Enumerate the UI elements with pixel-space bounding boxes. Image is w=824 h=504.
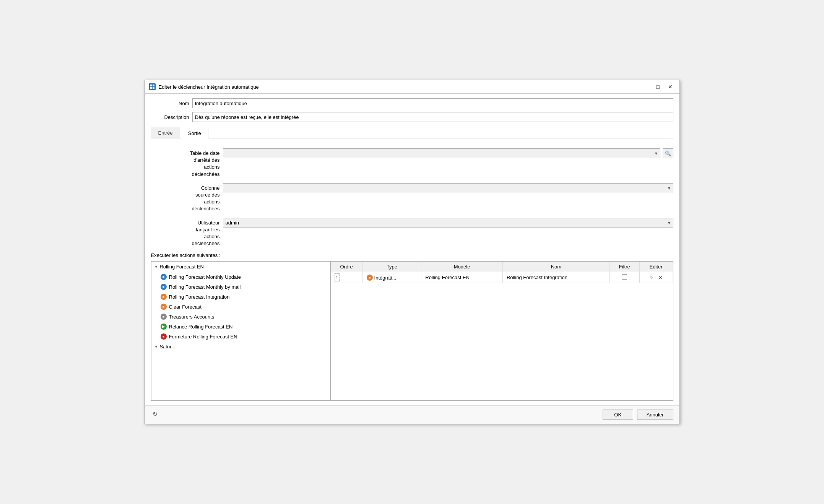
tree-group-satur: ▼ Satur... <box>151 341 330 352</box>
tree-item-label-relance-rf-en: Relance Rolling Forecast EN <box>169 324 233 330</box>
annuler-button[interactable]: Annuler <box>637 410 673 420</box>
actions-table: Ordre Type Modèle Nom Filtre Editer <box>331 262 673 283</box>
delete-button[interactable]: ✕ <box>658 275 663 281</box>
table-header-row: Ordre Type Modèle Nom Filtre Editer <box>331 262 673 272</box>
chevron-right-icon: ▼ <box>154 345 158 349</box>
svg-rect-0 <box>150 85 152 86</box>
colonne-source-group: Colonnesource desactionsdéclenchées <box>151 183 673 213</box>
window-title: Editer le déclencheur Intégration automa… <box>159 84 637 90</box>
colonne-source-select-wrapper <box>223 183 673 193</box>
blue-icon-monthly-update: ■ <box>161 274 167 280</box>
tree-item-label-rf-integration: Rolling Forecast Integration <box>169 294 230 300</box>
tree-children-rolling-forecast-en: ■ Rolling Forecast Monthly Update ■ Roll… <box>151 272 330 341</box>
description-row: Description <box>151 112 673 122</box>
tab-sortie[interactable]: Sortie <box>181 128 208 138</box>
form-content: Nom Description Entrée Sortie Table de d… <box>145 94 679 405</box>
orange-icon-rf-integration: ■ <box>161 294 167 300</box>
tree-item-clear-forecast[interactable]: ■ Clear Forecast <box>156 302 330 312</box>
minimize-button[interactable]: − <box>640 83 651 91</box>
utilisateur-group: Utilisateurlançant lesactionsdéclenchées… <box>151 218 673 247</box>
table-date-label: Table de dated'arrêté desactionsdéclench… <box>151 148 220 178</box>
tree-item-rf-monthly-mail[interactable]: ■ Rolling Forecast Monthly by mail <box>156 282 330 292</box>
tree-item-relance-rf-en[interactable]: ▶ Relance Rolling Forecast EN <box>156 322 330 332</box>
col-modele: Modèle <box>421 262 503 272</box>
table-date-control: 🔍 <box>223 148 673 158</box>
type-icon: ■ Intégrati... <box>367 275 397 281</box>
app-icon <box>149 83 156 90</box>
tree-item-rf-integration[interactable]: ■ Rolling Forecast Integration <box>156 292 330 302</box>
main-window: Editer le déclencheur Intégration automa… <box>145 80 680 424</box>
cell-modele: Rolling Forecast EN <box>421 272 503 283</box>
description-label: Description <box>151 114 189 120</box>
description-input[interactable] <box>192 112 673 122</box>
refresh-button[interactable]: ↻ <box>151 410 159 418</box>
tree-group-label-satur: Satur... <box>159 344 175 350</box>
nom-label: Nom <box>151 101 189 106</box>
cell-nom: Rolling Forecast Integration <box>502 272 609 283</box>
title-bar: Editer le déclencheur Intégration automa… <box>145 80 679 94</box>
utilisateur-control: admin <box>223 218 673 228</box>
tab-entree[interactable]: Entrée <box>151 127 180 138</box>
col-filtre: Filtre <box>609 262 639 272</box>
order-input[interactable]: 1 <box>335 273 340 281</box>
tree-item-label-fermeture-rf-en: Fermeture Rolling Forecast EN <box>169 334 237 340</box>
colonne-source-label: Colonnesource desactionsdéclenchées <box>151 183 220 213</box>
close-button[interactable]: ✕ <box>665 83 676 91</box>
col-editer: Editer <box>639 262 673 272</box>
tree-item-treasurers-accounts[interactable]: ■ Treasurers Accounts <box>156 312 330 322</box>
orange-icon-clear-forecast: ■ <box>161 304 167 310</box>
table-panel: Ordre Type Modèle Nom Filtre Editer <box>331 261 673 401</box>
tree-group-label-rolling-forecast-en: Rolling Forecast EN <box>159 264 204 270</box>
table-date-group: Table de dated'arrêté desactionsdéclench… <box>151 148 673 178</box>
tree-item-label-rf-monthly-mail: Rolling Forecast Monthly by mail <box>169 284 241 290</box>
bottom-section: ▼ Rolling Forecast EN ■ Rolling Forecast… <box>151 261 673 401</box>
tabs: Entrée Sortie <box>151 127 673 138</box>
executer-label: Executer les actions suivantes : <box>151 252 673 258</box>
table-row: 1 ■ Intégrati... Rolling Forecast EN Ro <box>331 272 673 283</box>
utilisateur-select[interactable]: admin <box>223 218 673 228</box>
tree-group-rolling-forecast-en: ▼ Rolling Forecast EN ■ Rolling Forecast… <box>151 262 330 341</box>
utilisateur-label: Utilisateurlançant lesactionsdéclenchées <box>151 218 220 247</box>
col-type: Type <box>362 262 421 272</box>
svg-rect-1 <box>153 85 154 86</box>
sortie-tab-content: Table de dated'arrêté desactionsdéclench… <box>151 142 673 401</box>
table-date-search-button[interactable]: 🔍 <box>663 148 673 158</box>
svg-rect-3 <box>153 87 154 89</box>
maximize-button[interactable]: □ <box>653 83 663 91</box>
window-controls: − □ ✕ <box>640 83 676 91</box>
cell-ordre: 1 <box>331 272 363 283</box>
nom-input[interactable] <box>192 98 673 108</box>
tree-group-header-satur[interactable]: ▼ Satur... <box>151 341 330 352</box>
tree-item-rf-monthly-update[interactable]: ■ Rolling Forecast Monthly Update <box>156 272 330 282</box>
ok-button[interactable]: OK <box>603 410 633 420</box>
col-nom: Nom <box>502 262 609 272</box>
nom-row: Nom <box>151 98 673 108</box>
col-ordre: Ordre <box>331 262 363 272</box>
table-date-select[interactable] <box>223 148 660 158</box>
cell-editer: ✎ ✕ <box>639 272 673 283</box>
svg-rect-2 <box>150 87 152 89</box>
tree-panel: ▼ Rolling Forecast EN ■ Rolling Forecast… <box>151 261 331 401</box>
cell-type: ■ Intégrati... <box>362 272 421 283</box>
tree-item-fermeture-rf-en[interactable]: ■ Fermeture Rolling Forecast EN <box>156 332 330 341</box>
filtre-checkbox[interactable] <box>622 274 627 280</box>
colonne-source-control <box>223 183 673 193</box>
red-icon-fermeture: ■ <box>161 333 167 340</box>
cell-filtre <box>609 272 639 283</box>
footer: ↻ OK Annuler <box>145 405 679 424</box>
table-date-select-wrapper <box>223 148 660 158</box>
tree-group-header-rolling-forecast-en[interactable]: ▼ Rolling Forecast EN <box>151 262 330 272</box>
gray-icon-treasurers: ■ <box>161 314 167 320</box>
tree-item-label-treasurers-accounts: Treasurers Accounts <box>169 314 215 320</box>
green-icon-relance: ▶ <box>161 324 167 330</box>
edit-button[interactable]: ✎ <box>649 275 654 281</box>
type-orange-icon: ■ <box>367 275 373 281</box>
colonne-source-select[interactable] <box>223 183 673 193</box>
utilisateur-select-wrapper: admin <box>223 218 673 228</box>
blue-icon-monthly-mail: ■ <box>161 284 167 290</box>
tree-item-label-rf-monthly-update: Rolling Forecast Monthly Update <box>169 274 241 280</box>
chevron-down-icon: ▼ <box>154 265 158 269</box>
tree-item-label-clear-forecast: Clear Forecast <box>169 304 202 310</box>
